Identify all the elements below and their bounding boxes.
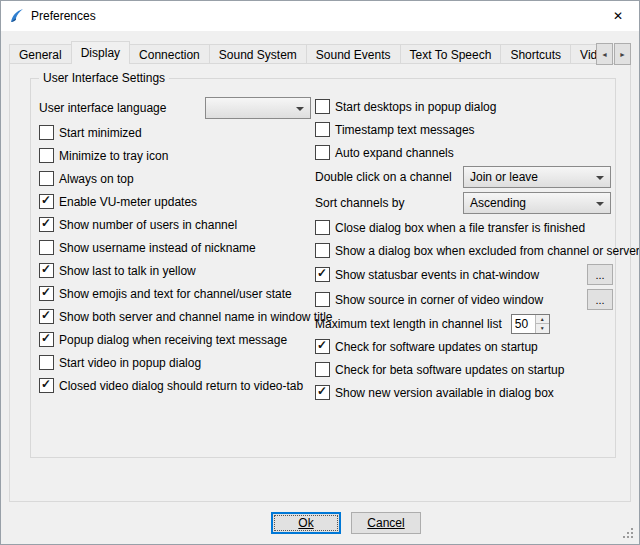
checkbox-row[interactable]: Check for beta software updates on start…	[315, 358, 613, 381]
checkbox[interactable]	[315, 243, 330, 258]
checkbox[interactable]	[315, 362, 330, 377]
checkbox-row[interactable]: Check for software updates on startup	[315, 335, 613, 358]
left-checkbox-list: Start minimized Minimize to tray icon Al…	[39, 121, 317, 397]
checkbox-label: Check for software updates on startup	[335, 340, 538, 354]
tab-scroll-left-icon[interactable]: ◄	[596, 43, 613, 65]
checkbox-row[interactable]: Popup dialog when receiving text message	[39, 328, 317, 351]
checkbox-row[interactable]: Closed video dialog should return to vid…	[39, 374, 317, 397]
spin-down-icon[interactable]: ▼	[536, 324, 549, 333]
checkbox-label: Enable VU-meter updates	[59, 195, 197, 209]
right-checkbox-list-top: Start desktops in popup dialog Timestamp…	[315, 95, 613, 164]
checkbox-row[interactable]: Minimize to tray icon	[39, 144, 317, 167]
tab-label: Sound System	[219, 48, 297, 62]
checkbox-row[interactable]: Show both server and channel name in win…	[39, 305, 317, 328]
checkbox-label: Show both server and channel name in win…	[59, 310, 333, 324]
tab[interactable]: Shortcuts	[500, 44, 571, 64]
checkbox-label: Start video in popup dialog	[59, 356, 201, 370]
max-text-length-row: Maximum text length in channel list 50 ▲…	[315, 312, 613, 335]
tab[interactable]: Connection	[129, 44, 210, 64]
checkbox[interactable]	[39, 194, 54, 209]
tab[interactable]: Sound Events	[306, 44, 401, 64]
checkbox[interactable]	[315, 220, 330, 235]
checkbox-label: Show new version available in dialog box	[335, 386, 554, 400]
checkbox-row[interactable]: Start desktops in popup dialog	[315, 95, 613, 118]
checkbox-label: Popup dialog when receiving text message	[59, 333, 287, 347]
tab-label: Shortcuts	[510, 48, 561, 62]
checkbox[interactable]	[315, 292, 330, 307]
tab[interactable]: Text To Speech	[400, 44, 502, 64]
app-icon	[9, 8, 25, 24]
checkbox[interactable]	[315, 122, 330, 137]
checkbox-row[interactable]: Timestamp text messages	[315, 118, 613, 141]
title-bar: Preferences ✕	[1, 1, 639, 31]
tab-pane: User Interface Settings User interface l…	[9, 63, 631, 502]
checkbox[interactable]	[315, 145, 330, 160]
group-title: User Interface Settings	[39, 71, 169, 85]
checkbox[interactable]	[315, 385, 330, 400]
checkbox-row[interactable]: Show number of users in channel	[39, 213, 317, 236]
checkbox-label: Show a dialog box when excluded from cha…	[335, 244, 640, 258]
resize-grip[interactable]	[623, 528, 635, 540]
user-interface-settings-group: User Interface Settings User interface l…	[30, 78, 616, 458]
ok-button-label: Ok	[298, 516, 313, 530]
video-source-browse-button[interactable]: ...	[587, 289, 613, 310]
checkbox[interactable]	[39, 332, 54, 347]
checkbox[interactable]	[39, 355, 54, 370]
checkbox-label: Show username instead of nickname	[59, 241, 256, 255]
language-label: User interface language	[39, 101, 200, 115]
checkbox[interactable]	[315, 267, 330, 282]
tab[interactable]: Display	[71, 41, 130, 64]
tab-scroll-right-icon[interactable]: ►	[614, 43, 631, 65]
tab[interactable]: Video	[570, 44, 597, 64]
checkbox[interactable]	[39, 240, 54, 255]
close-button[interactable]: ✕	[597, 1, 639, 31]
sort-channels-row: Sort channels by Ascending	[315, 190, 613, 216]
checkbox[interactable]	[315, 339, 330, 354]
checkbox-label: Check for beta software updates on start…	[335, 363, 564, 377]
checkbox[interactable]	[39, 148, 54, 163]
right-checkbox-list-bottom: Check for software updates on startup Ch…	[315, 335, 613, 404]
ok-button[interactable]: Ok	[271, 512, 341, 534]
checkbox-row[interactable]: Show emojis and text for channel/user st…	[39, 282, 317, 305]
checkbox[interactable]	[39, 125, 54, 140]
checkbox-row[interactable]: Auto expand channels	[315, 141, 613, 164]
checkbox-row[interactable]: Always on top	[39, 167, 317, 190]
checkbox-label: Timestamp text messages	[335, 123, 475, 137]
checkbox[interactable]	[39, 263, 54, 278]
checkbox[interactable]	[39, 286, 54, 301]
tab-bar: General Display Connection Sound System …	[9, 40, 597, 64]
double-click-combobox[interactable]: Join or leave	[463, 166, 611, 188]
sort-channels-value: Ascending	[470, 196, 526, 210]
cancel-button[interactable]: Cancel	[351, 512, 421, 534]
checkbox-row[interactable]: Show last to talk in yellow	[39, 259, 317, 282]
checkbox-row[interactable]: Start video in popup dialog	[39, 351, 317, 374]
tab[interactable]: Sound System	[209, 44, 307, 64]
checkbox-row[interactable]: Show new version available in dialog box	[315, 381, 613, 404]
max-text-length-spinner[interactable]: 50 ▲ ▼	[511, 314, 550, 334]
checkbox-row[interactable]: Start minimized	[39, 121, 317, 144]
checkbox-row[interactable]: Close dialog box when a file transfer is…	[315, 216, 613, 239]
checkbox[interactable]	[39, 378, 54, 393]
checkbox[interactable]	[39, 171, 54, 186]
preferences-dialog: Preferences ✕ General Display Connection…	[0, 0, 640, 545]
checkbox-row[interactable]: Enable VU-meter updates	[39, 190, 317, 213]
tab[interactable]: General	[9, 44, 72, 64]
statusbar-events-browse-button[interactable]: ...	[587, 264, 613, 285]
spin-up-icon[interactable]: ▲	[536, 315, 549, 325]
statusbar-events-row[interactable]: Show statusbar events in chat-window ...	[315, 262, 613, 287]
max-text-length-label: Maximum text length in channel list	[315, 317, 502, 331]
video-source-row[interactable]: Show source in corner of video window ..…	[315, 287, 613, 312]
tab-label: Sound Events	[316, 48, 391, 62]
sort-channels-combobox[interactable]: Ascending	[463, 192, 611, 214]
checkbox-row[interactable]: Show username instead of nickname	[39, 236, 317, 259]
language-combobox[interactable]	[205, 97, 311, 119]
spinner-arrows: ▲ ▼	[535, 315, 549, 333]
checkbox[interactable]	[39, 309, 54, 324]
checkbox[interactable]	[39, 217, 54, 232]
checkbox[interactable]	[315, 99, 330, 114]
max-text-length-value[interactable]: 50	[512, 315, 535, 333]
checkbox-label: Show source in corner of video window	[335, 293, 543, 307]
checkbox-row[interactable]: Show a dialog box when excluded from cha…	[315, 239, 613, 262]
tab-label: Display	[81, 46, 120, 60]
checkbox-label: Start desktops in popup dialog	[335, 100, 496, 114]
